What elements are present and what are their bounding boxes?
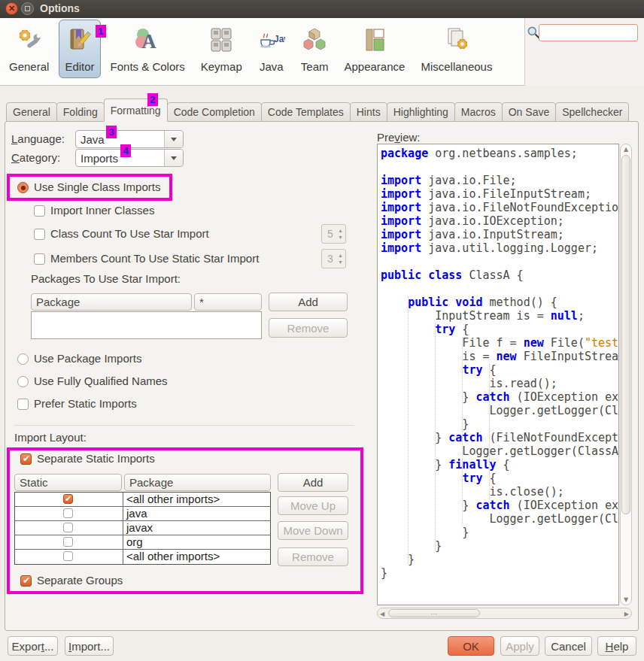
toolbar-item-fonts-colors[interactable]: AFonts & Colors <box>105 20 191 78</box>
members-count-spinner[interactable]: 3 ▲ ▼ <box>321 249 346 268</box>
scroll-up-icon[interactable]: ▲ <box>624 146 628 153</box>
tab-formatting[interactable]: Formatting2 <box>104 99 168 122</box>
maximize-button[interactable] <box>21 2 34 15</box>
spinner-up-icon[interactable]: ▲ <box>338 253 343 258</box>
vertical-scroll-thumb[interactable] <box>621 155 630 514</box>
layout-remove-button[interactable]: Remove <box>278 547 348 566</box>
annotation-badge-1: 1 <box>96 25 106 38</box>
pkg-column-header-star[interactable]: * <box>194 293 262 311</box>
cancel-button[interactable]: Cancel <box>545 636 592 656</box>
static-cell <box>15 535 123 549</box>
chevron-down-icon[interactable] <box>164 150 183 166</box>
separate-static-imports-checkbox[interactable] <box>20 453 32 465</box>
table-row[interactable]: <all other imports> <box>15 550 270 564</box>
toolbar-item-miscellaneous[interactable]: Miscellaneous <box>415 20 498 78</box>
spinner-up-icon[interactable]: ▲ <box>338 228 343 233</box>
prefer-static-imports-checkbox[interactable] <box>17 399 29 410</box>
static-cell <box>15 550 123 564</box>
window-title: Options <box>40 2 80 14</box>
tab-highlighting[interactable]: Highlighting <box>387 102 455 122</box>
tab-general[interactable]: General <box>6 102 57 122</box>
pkg-remove-button[interactable]: Remove <box>269 318 348 338</box>
search-input[interactable] <box>539 24 638 41</box>
pkg-add-button[interactable]: Add <box>269 293 348 311</box>
separate-static-imports-label: Separate Static Imports <box>37 452 155 465</box>
use-fully-qualified-names-radio[interactable] <box>17 376 29 387</box>
use-package-imports-radio[interactable] <box>17 353 29 365</box>
ok-button[interactable]: OK <box>448 636 494 656</box>
scroll-left-icon[interactable]: ◀ <box>380 611 384 617</box>
table-row[interactable]: <all other imports> <box>15 493 270 507</box>
java-icon: Java <box>258 26 285 56</box>
static-checkbox[interactable] <box>63 494 73 504</box>
export-button[interactable]: Export... <box>8 636 58 656</box>
move-up-button[interactable]: Move Up <box>278 496 348 515</box>
spinner-down-icon[interactable]: ▼ <box>338 235 343 240</box>
spinner-down-icon[interactable]: ▼ <box>338 259 343 265</box>
scroll-right-icon[interactable]: ▶ <box>624 611 629 617</box>
import-inner-classes-checkbox[interactable] <box>34 205 45 217</box>
class-count-spinner[interactable]: 5 ▲ ▼ <box>321 224 346 244</box>
preview-horizontal-scrollbar[interactable]: ◀ ··· ▶ <box>377 608 632 619</box>
layout-column-header-static[interactable]: Static <box>14 474 122 491</box>
use-single-class-imports-radio[interactable] <box>17 182 29 193</box>
tab-strip: GeneralFoldingFormatting2Code Completion… <box>6 99 628 122</box>
toolbar-items: GeneralEditor1AFonts & ColorsKeymapJavaJ… <box>3 20 498 78</box>
tab-on-save[interactable]: On Save <box>502 102 556 122</box>
pkg-column-header-package[interactable]: Package <box>31 293 192 311</box>
help-button[interactable]: Help <box>597 636 636 656</box>
toolbar-item-editor[interactable]: Editor1 <box>59 20 100 78</box>
toolbar-item-appearance[interactable]: Appearance <box>338 20 411 78</box>
table-row[interactable]: java <box>15 507 270 521</box>
scroll-down-icon[interactable]: ▼ <box>624 596 628 603</box>
team-icon <box>301 26 328 56</box>
close-button[interactable]: ✕ <box>5 2 18 15</box>
layout-column-header-package[interactable]: Package <box>124 474 271 491</box>
package-cell: javax <box>123 521 270 535</box>
static-checkbox[interactable] <box>63 523 73 532</box>
tab-hints[interactable]: Hints <box>350 102 387 122</box>
static-checkbox[interactable] <box>63 537 73 547</box>
code-line: is.read(); <box>381 377 618 390</box>
tab-folding[interactable]: Folding <box>56 102 105 122</box>
code-line: import java.io.FileNotFoundException; <box>381 201 618 214</box>
table-row[interactable]: org <box>15 535 270 550</box>
pkg-table-body[interactable] <box>31 311 262 339</box>
code-line: try { <box>381 471 618 485</box>
layout-add-button[interactable]: Add <box>278 473 348 492</box>
keymap-icon <box>208 26 235 56</box>
prefer-static-imports-label: Prefer Static Imports <box>34 397 137 410</box>
toolbar-item-general[interactable]: General <box>3 20 55 78</box>
tab-code-completion[interactable]: Code Completion <box>167 102 262 122</box>
static-checkbox[interactable] <box>63 551 73 561</box>
preview-code-editor[interactable]: package org.netbeans.samples; import jav… <box>377 144 619 605</box>
separate-groups-checkbox[interactable] <box>20 575 32 587</box>
code-line <box>381 160 618 174</box>
tab-spellchecker[interactable]: Spellchecker <box>555 102 629 122</box>
toolbar-item-label: Miscellaneous <box>421 60 492 73</box>
import-inner-classes-label: Import Inner Classes <box>50 204 154 217</box>
preview-vertical-scrollbar[interactable]: ▲ ▼ <box>620 144 632 605</box>
tab-code-templates[interactable]: Code Templates <box>261 102 351 122</box>
move-down-button[interactable]: Move Down <box>278 521 348 540</box>
code-line: public class ClassA { <box>381 268 618 282</box>
code-line: Logger.getLogger(Cla <box>381 512 618 526</box>
members-count-checkbox[interactable] <box>34 253 45 265</box>
class-count-checkbox[interactable] <box>34 229 45 240</box>
toolbar-item-keymap[interactable]: Keymap <box>195 20 248 78</box>
tab-macros[interactable]: Macros <box>454 102 503 122</box>
horizontal-scroll-thumb[interactable]: ··· <box>388 609 480 617</box>
code-line: File f = new File("test. <box>381 336 618 350</box>
table-row[interactable]: javax <box>15 521 270 535</box>
chevron-down-icon[interactable] <box>164 131 183 147</box>
import-layout-table[interactable]: <all other imports>javajavaxorg<all othe… <box>14 492 271 565</box>
title-bar: ✕ Options <box>0 0 644 18</box>
import-button[interactable]: Import... <box>65 636 114 656</box>
toolbar-item-team[interactable]: Team <box>295 20 335 78</box>
divider <box>14 425 354 426</box>
maximize-icon <box>25 6 30 11</box>
toolbar-item-label: Editor <box>65 60 94 73</box>
apply-button[interactable]: Apply <box>500 636 539 656</box>
static-checkbox[interactable] <box>63 508 73 518</box>
toolbar-item-java[interactable]: JavaJava <box>252 20 291 78</box>
